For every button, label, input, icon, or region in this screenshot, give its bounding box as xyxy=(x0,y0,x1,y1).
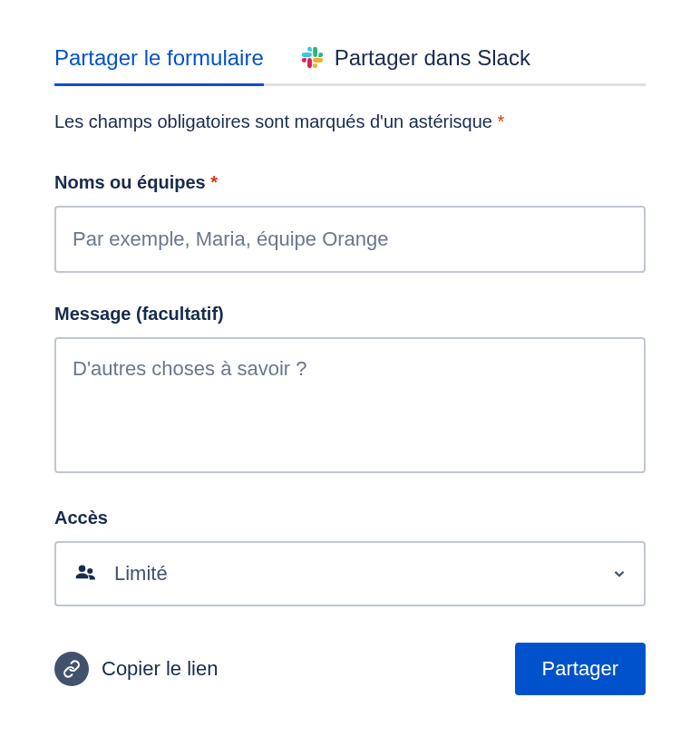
field-message-label: Message (facultatif) xyxy=(54,304,646,324)
names-input[interactable] xyxy=(54,206,646,273)
field-message: Message (facultatif) xyxy=(54,304,646,477)
footer: Copier le lien Partager xyxy=(54,643,646,695)
field-names: Noms ou équipes * xyxy=(54,172,646,273)
slack-icon xyxy=(300,45,326,71)
tab-share-form-label: Partager le formulaire xyxy=(54,45,264,71)
chevron-down-icon xyxy=(611,566,627,582)
message-textarea[interactable] xyxy=(54,337,646,473)
tab-share-slack-label: Partager dans Slack xyxy=(335,45,530,71)
tabs-container: Partager le formulaire Partager dans Sla… xyxy=(54,45,646,86)
people-icon xyxy=(73,561,98,586)
asterisk-icon: * xyxy=(498,111,505,131)
link-icon xyxy=(63,660,81,678)
access-value: Limité xyxy=(114,562,595,586)
helper-text: Les champs obligatoires sont marqués d'u… xyxy=(54,111,646,132)
share-button[interactable]: Partager xyxy=(515,643,646,695)
access-select[interactable]: Limité xyxy=(54,541,646,606)
svg-point-0 xyxy=(79,565,85,571)
tab-share-slack[interactable]: Partager dans Slack xyxy=(300,45,530,83)
field-access-label: Accès xyxy=(54,508,646,528)
svg-point-1 xyxy=(87,568,92,574)
copy-link-button[interactable]: Copier le lien xyxy=(54,652,218,686)
field-access: Accès Limité xyxy=(54,508,646,606)
link-icon-circle xyxy=(54,652,89,686)
tab-share-form[interactable]: Partager le formulaire xyxy=(54,45,264,83)
asterisk-icon: * xyxy=(210,172,218,192)
copy-link-label: Copier le lien xyxy=(102,657,218,681)
field-names-label: Noms ou équipes * xyxy=(54,172,646,193)
